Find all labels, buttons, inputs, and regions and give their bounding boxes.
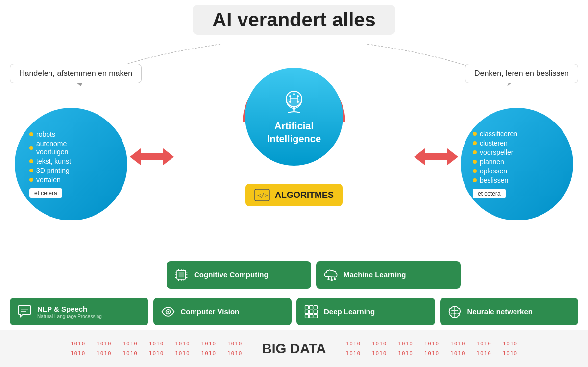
svg-rect-47 (314, 310, 317, 313)
svg-point-33 (331, 279, 333, 281)
dot-4 (29, 169, 33, 172)
double-arrow-left (130, 145, 174, 169)
svg-rect-43 (309, 306, 313, 309)
deep-learning-label: Deep Learning (324, 307, 375, 317)
svg-rect-49 (309, 314, 313, 318)
algoritmes-box: </> ALGORITMES (245, 184, 343, 206)
ai-blue-circle: Artificial Intelligence (245, 68, 343, 166)
ai-brain-icon (279, 88, 309, 118)
bigdata-area: 1010 1010 1010 1010 1010 1010 1010 1010 … (0, 330, 588, 367)
nlp-speech-card: NLP & Speech Natural Language Processing (10, 298, 148, 325)
left-item-2: autonomevoertuigen (29, 140, 68, 156)
ml-icon (323, 267, 339, 283)
svg-text:</>: </> (257, 192, 268, 199)
main-container: AI verandert alles Handelen, afstemmen e… (0, 0, 588, 367)
svg-point-13 (289, 101, 291, 103)
rdot-1 (473, 132, 477, 136)
svg-point-10 (289, 95, 291, 97)
neurale-netwerken-label: Neurale netwerken (467, 307, 533, 317)
rdot-4 (473, 160, 477, 164)
right-item-4: plannen (473, 158, 504, 166)
rdot-2 (473, 141, 477, 145)
chat-icon (17, 304, 32, 319)
rdot-3 (473, 150, 477, 154)
rdot-6 (473, 178, 477, 182)
nlp-speech-sub: Natural Language Processing (37, 314, 102, 319)
page-title: AI verandert alles (212, 9, 376, 31)
nlp-speech-text: NLP & Speech Natural Language Processing (37, 304, 102, 319)
svg-point-32 (327, 278, 329, 280)
center-ai-area: KUNSTMATIGE INTELLIGENTIE (230, 59, 358, 206)
bigdata-bits-left: 1010 1010 1010 1010 1010 1010 1010 1010 … (71, 339, 243, 359)
dot-3 (29, 159, 33, 163)
title-box: AI verandert alles (193, 5, 395, 35)
svg-point-41 (167, 311, 169, 313)
left-item-4: 3D printing (29, 167, 70, 174)
right-description: Denken, leren en beslissen (465, 64, 578, 83)
ai-circle-container: KUNSTMATIGE INTELLIGENTIE (233, 59, 355, 186)
top-cards-row: Cognitive Computing Machine Learning (167, 261, 461, 289)
svg-rect-15 (293, 107, 295, 111)
grid-icon (303, 304, 319, 319)
svg-marker-2 (130, 148, 174, 165)
svg-point-14 (297, 101, 299, 103)
nlp-speech-label: NLP & Speech (37, 305, 87, 313)
left-blue-circle: robots autonomevoertuigen tekst, kunst 3… (15, 108, 127, 220)
svg-rect-50 (314, 314, 317, 318)
left-desc-text: Handelen, afstemmen en maken (19, 69, 132, 77)
bigdata-bits-right: 1010 1010 1010 1010 1010 1010 1010 1010 … (346, 339, 518, 359)
right-item-3: voorspellen (473, 148, 515, 156)
svg-rect-46 (309, 310, 313, 313)
left-etc-button[interactable]: et cetera (29, 188, 62, 198)
computer-vision-card: Computer Vision (153, 298, 292, 325)
right-item-2: clusteren (473, 139, 508, 147)
cognitive-computing-card: Cognitive Computing (167, 261, 311, 289)
left-item-1: robots (29, 130, 55, 138)
left-description: Handelen, afstemmen en maken (10, 64, 142, 83)
svg-point-11 (293, 93, 295, 95)
right-item-5: oplossen (473, 167, 507, 175)
left-item-5: vertalen (29, 176, 61, 184)
neurale-netwerken-card: Neurale netwerken (440, 298, 579, 325)
title-area: AI verandert alles (10, 5, 578, 35)
algoritmes-label: ALGORITMES (275, 190, 334, 200)
machine-learning-label: Machine Learning (343, 270, 406, 280)
bigdata-label: BIG DATA (262, 341, 326, 357)
machine-learning-card: Machine Learning (316, 261, 461, 289)
right-blue-circle: classificeren clusteren voorspellen plan… (461, 108, 573, 220)
svg-marker-3 (414, 148, 458, 165)
dot-1 (29, 132, 33, 136)
svg-rect-19 (179, 272, 184, 278)
right-etc-button[interactable]: et cetera (473, 189, 506, 198)
cognitive-computing-label: Cognitive Computing (194, 270, 269, 280)
dot-5 (29, 178, 33, 182)
cpu-icon (173, 267, 189, 283)
right-item-6: beslissen (473, 176, 508, 184)
brain-icon (447, 304, 463, 319)
dot-2 (29, 146, 33, 150)
right-item-1: classificeren (473, 130, 517, 138)
rdot-5 (473, 169, 477, 173)
svg-rect-42 (305, 306, 309, 309)
computer-vision-label: Computer Vision (181, 307, 240, 317)
svg-point-34 (334, 278, 336, 280)
svg-rect-45 (305, 310, 309, 313)
svg-rect-48 (305, 314, 309, 318)
deep-learning-card: Deep Learning (296, 298, 435, 325)
left-item-3: tekst, kunst (29, 157, 71, 165)
ai-label: Artificial Intelligence (267, 120, 321, 145)
svg-rect-44 (314, 306, 317, 309)
bottom-cards-row: NLP & Speech Natural Language Processing… (10, 298, 578, 325)
svg-point-12 (297, 95, 299, 97)
right-desc-text: Denken, leren en beslissen (474, 69, 569, 77)
eye-icon (160, 304, 176, 319)
double-arrow-right (414, 145, 458, 169)
code-icon: </> (254, 189, 270, 201)
